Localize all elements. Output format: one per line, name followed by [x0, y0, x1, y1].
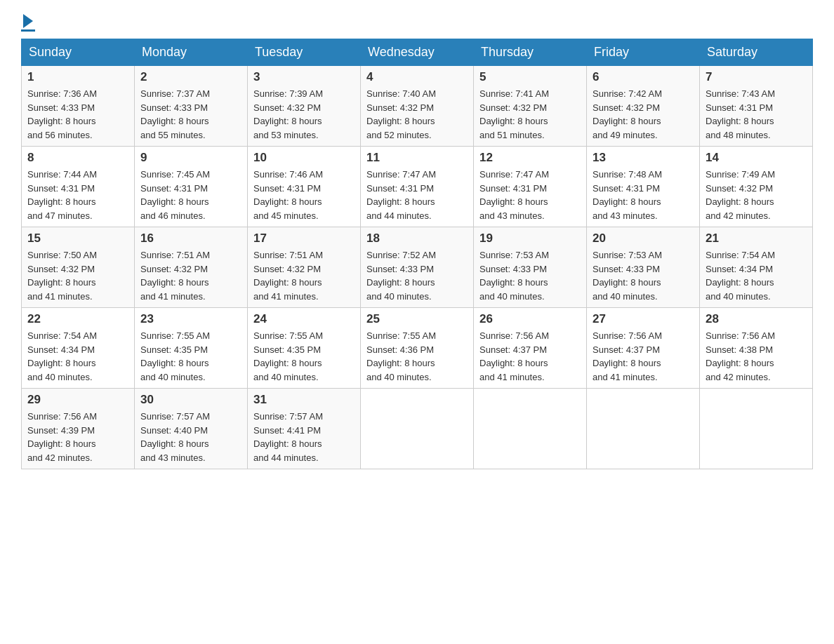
calendar-cell: 15 Sunrise: 7:50 AM Sunset: 4:32 PM Dayl… [22, 227, 135, 308]
day-number: 28 [706, 312, 807, 326]
calendar-header-friday: Friday [587, 39, 700, 66]
day-info: Sunrise: 7:37 AM Sunset: 4:33 PM Dayligh… [140, 88, 210, 140]
calendar-header-saturday: Saturday [700, 39, 813, 66]
day-number: 1 [27, 70, 128, 84]
logo-arrow-icon [23, 14, 33, 28]
day-info: Sunrise: 7:36 AM Sunset: 4:33 PM Dayligh… [27, 88, 97, 140]
calendar-table: SundayMondayTuesdayWednesdayThursdayFrid… [21, 39, 813, 469]
day-info: Sunrise: 7:40 AM Sunset: 4:32 PM Dayligh… [366, 88, 436, 140]
day-info: Sunrise: 7:51 AM Sunset: 4:32 PM Dayligh… [140, 250, 210, 302]
day-info: Sunrise: 7:42 AM Sunset: 4:32 PM Dayligh… [593, 88, 662, 140]
day-info: Sunrise: 7:55 AM Sunset: 4:35 PM Dayligh… [253, 330, 323, 382]
calendar-cell: 2 Sunrise: 7:37 AM Sunset: 4:33 PM Dayli… [135, 66, 248, 147]
day-number: 13 [593, 151, 694, 165]
day-info: Sunrise: 7:49 AM Sunset: 4:32 PM Dayligh… [706, 169, 775, 221]
calendar-cell: 26 Sunrise: 7:56 AM Sunset: 4:37 PM Dayl… [474, 308, 587, 389]
day-number: 8 [27, 151, 128, 165]
day-number: 3 [253, 70, 355, 84]
calendar-cell: 28 Sunrise: 7:56 AM Sunset: 4:38 PM Dayl… [700, 308, 813, 389]
day-info: Sunrise: 7:56 AM Sunset: 4:37 PM Dayligh… [479, 330, 549, 382]
calendar-cell: 24 Sunrise: 7:55 AM Sunset: 4:35 PM Dayl… [248, 308, 361, 389]
calendar-cell: 13 Sunrise: 7:48 AM Sunset: 4:31 PM Dayl… [587, 147, 700, 227]
day-info: Sunrise: 7:41 AM Sunset: 4:32 PM Dayligh… [479, 88, 549, 140]
day-info: Sunrise: 7:47 AM Sunset: 4:31 PM Dayligh… [479, 169, 549, 221]
day-number: 21 [706, 232, 807, 246]
day-info: Sunrise: 7:50 AM Sunset: 4:32 PM Dayligh… [27, 250, 97, 302]
calendar-cell [361, 389, 474, 469]
calendar-cell: 30 Sunrise: 7:57 AM Sunset: 4:40 PM Dayl… [135, 389, 248, 469]
calendar-cell [587, 389, 700, 469]
day-info: Sunrise: 7:56 AM Sunset: 4:39 PM Dayligh… [27, 411, 97, 463]
day-number: 16 [140, 232, 241, 246]
day-number: 31 [253, 393, 355, 407]
day-info: Sunrise: 7:39 AM Sunset: 4:32 PM Dayligh… [253, 88, 323, 140]
day-info: Sunrise: 7:56 AM Sunset: 4:37 PM Dayligh… [593, 330, 662, 382]
day-number: 6 [593, 70, 694, 84]
day-number: 15 [27, 232, 128, 246]
calendar-cell: 21 Sunrise: 7:54 AM Sunset: 4:34 PM Dayl… [700, 227, 813, 308]
calendar-cell: 1 Sunrise: 7:36 AM Sunset: 4:33 PM Dayli… [22, 66, 135, 147]
day-info: Sunrise: 7:55 AM Sunset: 4:36 PM Dayligh… [366, 330, 436, 382]
logo-underline [21, 29, 35, 32]
day-number: 30 [140, 393, 241, 407]
day-number: 25 [366, 312, 468, 326]
day-number: 14 [706, 151, 807, 165]
day-number: 12 [479, 151, 581, 165]
day-info: Sunrise: 7:53 AM Sunset: 4:33 PM Dayligh… [479, 250, 549, 302]
calendar-header-wednesday: Wednesday [361, 39, 474, 66]
day-number: 2 [140, 70, 241, 84]
day-info: Sunrise: 7:45 AM Sunset: 4:31 PM Dayligh… [140, 169, 210, 221]
calendar-cell: 19 Sunrise: 7:53 AM Sunset: 4:33 PM Dayl… [474, 227, 587, 308]
calendar-week-row: 29 Sunrise: 7:56 AM Sunset: 4:39 PM Dayl… [22, 389, 813, 469]
calendar-cell: 23 Sunrise: 7:55 AM Sunset: 4:35 PM Dayl… [135, 308, 248, 389]
day-info: Sunrise: 7:54 AM Sunset: 4:34 PM Dayligh… [706, 250, 775, 302]
day-number: 9 [140, 151, 241, 165]
day-number: 7 [706, 70, 807, 84]
calendar-cell: 4 Sunrise: 7:40 AM Sunset: 4:32 PM Dayli… [361, 66, 474, 147]
day-number: 27 [593, 312, 694, 326]
calendar-cell: 25 Sunrise: 7:55 AM Sunset: 4:36 PM Dayl… [361, 308, 474, 389]
calendar-cell: 5 Sunrise: 7:41 AM Sunset: 4:32 PM Dayli… [474, 66, 587, 147]
calendar-cell: 3 Sunrise: 7:39 AM Sunset: 4:32 PM Dayli… [248, 66, 361, 147]
calendar-cell: 27 Sunrise: 7:56 AM Sunset: 4:37 PM Dayl… [587, 308, 700, 389]
logo [21, 14, 35, 32]
day-info: Sunrise: 7:51 AM Sunset: 4:32 PM Dayligh… [253, 250, 323, 302]
calendar-cell: 11 Sunrise: 7:47 AM Sunset: 4:31 PM Dayl… [361, 147, 474, 227]
day-number: 17 [253, 232, 355, 246]
calendar-header-monday: Monday [135, 39, 248, 66]
day-number: 11 [366, 151, 468, 165]
day-number: 4 [366, 70, 468, 84]
calendar-cell: 10 Sunrise: 7:46 AM Sunset: 4:31 PM Dayl… [248, 147, 361, 227]
day-number: 20 [593, 232, 694, 246]
calendar-cell: 29 Sunrise: 7:56 AM Sunset: 4:39 PM Dayl… [22, 389, 135, 469]
day-info: Sunrise: 7:53 AM Sunset: 4:33 PM Dayligh… [593, 250, 662, 302]
calendar-cell: 17 Sunrise: 7:51 AM Sunset: 4:32 PM Dayl… [248, 227, 361, 308]
day-number: 18 [366, 232, 468, 246]
calendar-week-row: 15 Sunrise: 7:50 AM Sunset: 4:32 PM Dayl… [22, 227, 813, 308]
day-info: Sunrise: 7:54 AM Sunset: 4:34 PM Dayligh… [27, 330, 97, 382]
day-info: Sunrise: 7:46 AM Sunset: 4:31 PM Dayligh… [253, 169, 323, 221]
day-number: 22 [27, 312, 128, 326]
day-info: Sunrise: 7:52 AM Sunset: 4:33 PM Dayligh… [366, 250, 436, 302]
day-info: Sunrise: 7:57 AM Sunset: 4:40 PM Dayligh… [140, 411, 210, 463]
calendar-week-row: 22 Sunrise: 7:54 AM Sunset: 4:34 PM Dayl… [22, 308, 813, 389]
calendar-cell: 7 Sunrise: 7:43 AM Sunset: 4:31 PM Dayli… [700, 66, 813, 147]
calendar-cell: 12 Sunrise: 7:47 AM Sunset: 4:31 PM Dayl… [474, 147, 587, 227]
day-number: 26 [479, 312, 581, 326]
day-info: Sunrise: 7:48 AM Sunset: 4:31 PM Dayligh… [593, 169, 662, 221]
calendar-cell: 14 Sunrise: 7:49 AM Sunset: 4:32 PM Dayl… [700, 147, 813, 227]
calendar-cell [474, 389, 587, 469]
day-info: Sunrise: 7:55 AM Sunset: 4:35 PM Dayligh… [140, 330, 210, 382]
day-info: Sunrise: 7:44 AM Sunset: 4:31 PM Dayligh… [27, 169, 97, 221]
day-number: 23 [140, 312, 241, 326]
day-number: 5 [479, 70, 581, 84]
calendar-cell: 8 Sunrise: 7:44 AM Sunset: 4:31 PM Dayli… [22, 147, 135, 227]
calendar-cell: 18 Sunrise: 7:52 AM Sunset: 4:33 PM Dayl… [361, 227, 474, 308]
calendar-header-row: SundayMondayTuesdayWednesdayThursdayFrid… [22, 39, 813, 66]
calendar-cell [700, 389, 813, 469]
day-info: Sunrise: 7:56 AM Sunset: 4:38 PM Dayligh… [706, 330, 775, 382]
calendar-cell: 6 Sunrise: 7:42 AM Sunset: 4:32 PM Dayli… [587, 66, 700, 147]
calendar-cell: 20 Sunrise: 7:53 AM Sunset: 4:33 PM Dayl… [587, 227, 700, 308]
day-info: Sunrise: 7:47 AM Sunset: 4:31 PM Dayligh… [366, 169, 436, 221]
calendar-week-row: 8 Sunrise: 7:44 AM Sunset: 4:31 PM Dayli… [22, 147, 813, 227]
